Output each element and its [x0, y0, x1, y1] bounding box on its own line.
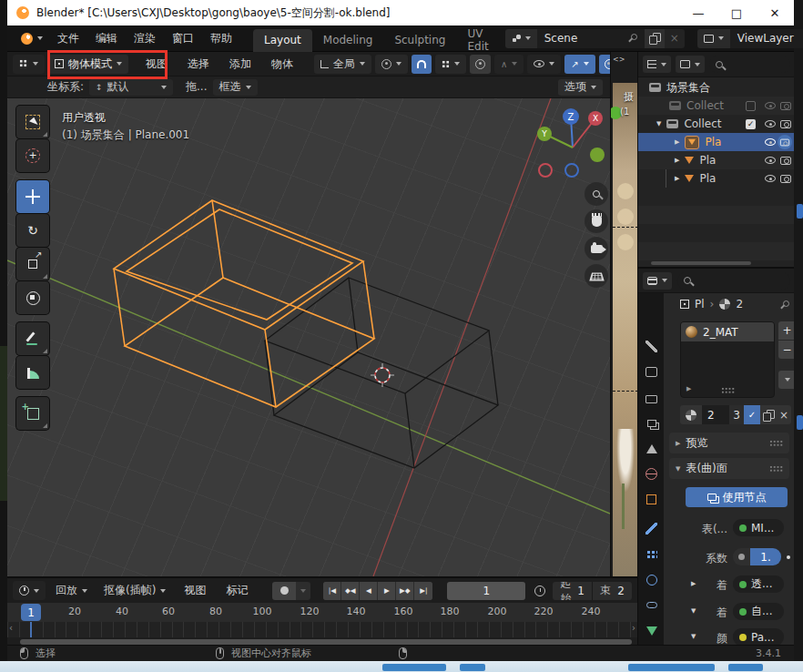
- eye-icon[interactable]: [765, 138, 776, 146]
- outliner-row-collection-excluded[interactable]: Collect: [638, 97, 794, 115]
- eye-icon[interactable]: [765, 157, 776, 164]
- panel-grip[interactable]: [769, 440, 783, 446]
- coord-system-dropdown[interactable]: 默认: [89, 79, 173, 96]
- factor-value-slider[interactable]: 1.: [750, 548, 781, 565]
- playback-menu[interactable]: 回放: [49, 581, 94, 600]
- app-menu-button[interactable]: [15, 29, 49, 48]
- options-dropdown[interactable]: 选项: [558, 79, 603, 96]
- play-reverse-button[interactable]: [360, 582, 378, 600]
- slot-remove-button[interactable]: −: [778, 341, 794, 359]
- expand-arrow[interactable]: [675, 138, 679, 146]
- menu-help[interactable]: 帮助: [202, 31, 240, 46]
- camera-strip-editor[interactable]: 摄 (1: [610, 52, 637, 576]
- exclude-checkbox[interactable]: [746, 101, 756, 111]
- tool-annotate[interactable]: [16, 322, 49, 355]
- camera-restrict-icon[interactable]: [778, 135, 792, 149]
- slot-specials-button[interactable]: [778, 371, 794, 389]
- gizmos-dropdown[interactable]: [564, 55, 595, 74]
- camera-restrict-icon[interactable]: [780, 157, 791, 165]
- end-frame-field[interactable]: 结束点2: [593, 582, 632, 600]
- scene-browse-button[interactable]: [505, 29, 537, 48]
- material-name-field[interactable]: 2: [702, 405, 729, 424]
- timeline-ruler[interactable]: 20 40 60 80 100 120 140 160 180 200 220 …: [7, 603, 637, 622]
- breadcrumb-material[interactable]: 2: [736, 298, 743, 311]
- expand-arrow[interactable]: [656, 120, 661, 127]
- material-slot-row[interactable]: 2_MAT: [681, 322, 774, 341]
- new-material-button[interactable]: [760, 405, 777, 424]
- row-expander[interactable]: [691, 607, 696, 615]
- menu-edit[interactable]: 编辑: [87, 31, 126, 46]
- close-button[interactable]: ✕: [756, 0, 794, 25]
- markers-menu[interactable]: 标记: [218, 583, 256, 598]
- outliner-row-scene-collection[interactable]: 场景集合: [638, 78, 794, 97]
- strip-nav-button[interactable]: [617, 209, 634, 225]
- snap-with-dropdown[interactable]: [435, 55, 466, 74]
- tab-output[interactable]: [644, 390, 659, 405]
- surface-panel-header[interactable]: 表(曲)面: [669, 458, 789, 479]
- tab-tool[interactable]: [644, 339, 659, 354]
- pivot-dropdown[interactable]: [375, 55, 408, 74]
- shader-field[interactable]: 透...: [733, 575, 784, 593]
- fake-user-toggle[interactable]: ✓: [744, 405, 760, 424]
- tab-particles[interactable]: [644, 546, 659, 562]
- tab-constraints[interactable]: [644, 597, 659, 613]
- tool-move[interactable]: [16, 180, 49, 213]
- play-button[interactable]: [378, 582, 396, 600]
- timeline-editor-type-button[interactable]: [13, 581, 46, 600]
- tab-modifiers[interactable]: [644, 521, 659, 536]
- next-keyframe-button[interactable]: [396, 582, 414, 600]
- timeline-tick-strip[interactable]: [7, 622, 637, 637]
- camera-restrict-icon[interactable]: [780, 102, 791, 110]
- scene-name-field[interactable]: Scene: [537, 29, 645, 48]
- snap-toggle[interactable]: [412, 55, 432, 74]
- range-arrow-right[interactable]: [632, 623, 635, 633]
- box-select-dropdown[interactable]: 框选: [213, 79, 258, 96]
- row-expander[interactable]: [691, 580, 696, 587]
- tab-view-layer[interactable]: [644, 415, 659, 431]
- viewport-canvas[interactable]: 用户透视 (1) 场景集合 | Plane.001 +: [7, 98, 610, 576]
- viewlayer-browse-button[interactable]: [697, 29, 730, 48]
- outliner-search-input[interactable]: [709, 56, 790, 73]
- slot-add-button[interactable]: +: [778, 321, 794, 340]
- jump-end-button[interactable]: [414, 582, 432, 600]
- surface-shader-field[interactable]: MI...: [733, 519, 784, 536]
- camera-view-button[interactable]: [584, 237, 608, 260]
- menu-render[interactable]: 渲染: [126, 31, 164, 46]
- start-frame-field[interactable]: 起始1: [553, 582, 593, 600]
- viewlayer-name-field[interactable]: ViewLayer: [730, 29, 803, 48]
- properties-editor-type-button[interactable]: [643, 272, 672, 290]
- outliner-row-object-active[interactable]: Pla: [638, 133, 794, 151]
- slot-list-grip[interactable]: [721, 387, 735, 393]
- slot-list-expander[interactable]: [686, 385, 691, 392]
- keying-menu[interactable]: 抠像(插帧): [97, 581, 172, 600]
- playhead-line[interactable]: [30, 622, 32, 637]
- expand-arrow[interactable]: [675, 157, 679, 164]
- tab-render[interactable]: [644, 364, 659, 380]
- outliner-row-collection[interactable]: Collect: [638, 115, 794, 133]
- workspace-tab-sculpting[interactable]: Sculpting: [383, 29, 456, 52]
- factor-socket-button[interactable]: [733, 548, 750, 565]
- pin-icon[interactable]: [626, 33, 637, 44]
- tool-measure[interactable]: [16, 356, 49, 389]
- scene-unlink-button[interactable]: ×: [665, 29, 685, 48]
- keyframe-dot[interactable]: [787, 555, 790, 559]
- properties-search-input[interactable]: [677, 272, 790, 290]
- playhead-badge[interactable]: 1: [21, 604, 41, 621]
- view-menu[interactable]: 视图: [176, 583, 214, 598]
- zoom-button[interactable]: [584, 182, 608, 206]
- strip-nav-button[interactable]: [617, 183, 634, 199]
- gizmo-axis-y-neg[interactable]: [590, 148, 605, 162]
- gizmo-axis-z-neg[interactable]: [564, 163, 579, 178]
- outliner-row-object[interactable]: Pla: [638, 169, 794, 188]
- maximize-button[interactable]: □: [717, 0, 756, 25]
- minimize-button[interactable]: —: [679, 0, 717, 25]
- menu-file[interactable]: 文件: [49, 31, 87, 46]
- panel-toggle-chevrons[interactable]: [613, 56, 625, 64]
- menu-object[interactable]: 物体: [263, 56, 301, 72]
- unlink-material-button[interactable]: ×: [777, 405, 791, 424]
- outliner-display-mode-button[interactable]: [643, 56, 671, 73]
- auto-key-toggle[interactable]: [272, 582, 296, 600]
- outliner-scrollbar[interactable]: [651, 261, 751, 265]
- preview-panel-header[interactable]: 预览: [669, 433, 789, 453]
- orientation-dropdown[interactable]: 全局: [314, 55, 371, 74]
